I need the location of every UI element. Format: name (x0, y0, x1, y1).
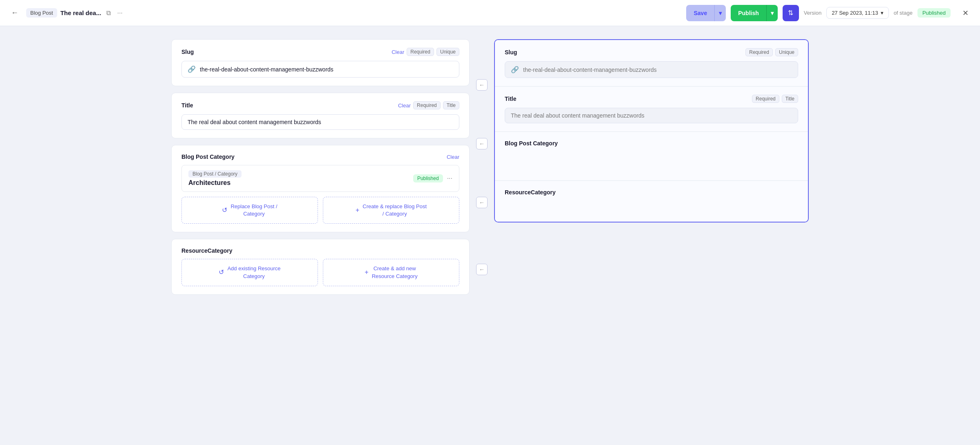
resource-category-label: ResourceCategory (181, 247, 233, 254)
right-blog-post-category-section: Blog Post Category (495, 132, 808, 181)
replace-blog-post-category-label: Replace Blog Post /Category (230, 203, 277, 218)
slug-unique-tag: Unique (436, 48, 459, 56)
title-input[interactable] (188, 119, 453, 125)
of-stage-label: of stage (894, 10, 913, 16)
version-arrow-icon: ▾ (881, 10, 884, 16)
create-add-resource-category-label: Create & add newResource Category (372, 265, 418, 280)
blog-post-category-actions: ↺ Replace Blog Post /Category + Create &… (181, 197, 459, 224)
category-name: Architectures (188, 179, 242, 187)
right-slug-tags: Required Unique (745, 48, 798, 56)
category-item-left: Blog Post / Category Architectures (188, 170, 242, 187)
save-dropdown-arrow[interactable]: ▾ (715, 5, 726, 21)
blog-post-category-header: Blog Post Category Clear (181, 154, 459, 160)
slug-header: Slug Clear Required Unique (181, 48, 459, 56)
right-resource-category-header: ResourceCategory (505, 189, 798, 196)
slug-section: Slug Clear Required Unique 🔗 (171, 39, 470, 86)
slug-input[interactable] (200, 66, 453, 73)
swap-icon: ⇅ (788, 9, 793, 17)
slug-arrow-row: ← (476, 72, 488, 98)
title-header: Title Clear Required Title (181, 101, 459, 109)
save-label: Save (686, 5, 715, 21)
arrow-column: ← ← ← ← (470, 39, 494, 301)
right-slug-input (523, 67, 792, 73)
publish-label: Publish (731, 5, 767, 21)
add-existing-icon: ↺ (219, 268, 224, 277)
right-resource-category-section: ResourceCategory (495, 181, 808, 222)
right-title-required-tag: Required (752, 95, 779, 103)
right-slug-label: Slug (505, 49, 517, 56)
replace-blog-post-category-button[interactable]: ↺ Replace Blog Post /Category (181, 197, 318, 224)
publish-dropdown-arrow[interactable]: ▾ (767, 5, 778, 21)
blog-post-category-section: Blog Post Category Clear Blog Post / Cat… (171, 145, 470, 232)
resource-category-actions: ↺ Add existing ResourceCategory + Create… (181, 259, 459, 286)
topbar: ← Blog Post The real dea... ⧉ ··· Save ▾… (0, 0, 980, 26)
title-title-tag: Title (443, 101, 459, 109)
right-slug-section: Slug Required Unique 🔗 (495, 40, 808, 87)
left-panel: Slug Clear Required Unique 🔗 Title Clear… (171, 39, 470, 301)
version-selector[interactable]: 27 Sep 2023, 11:13 ▾ (826, 7, 889, 19)
slug-label: Slug (181, 49, 194, 55)
save-button[interactable]: Save ▾ (686, 5, 726, 21)
back-button[interactable]: ← (8, 7, 21, 20)
blogcat-arrow-row: ← (476, 189, 488, 216)
rescat-arrow-button[interactable]: ← (476, 264, 488, 275)
replace-icon: ↺ (222, 206, 227, 215)
right-panel-border: Slug Required Unique 🔗 Title Required (494, 39, 809, 222)
page-title: The real dea... (60, 9, 101, 16)
published-badge: Published (917, 8, 951, 18)
create-add-icon: + (365, 268, 368, 277)
main-content: Slug Clear Required Unique 🔗 Title Clear… (163, 26, 817, 314)
create-replace-blog-post-category-button[interactable]: + Create & replace Blog Post/ Category (323, 197, 459, 224)
slug-input-wrapper: 🔗 (181, 61, 459, 78)
breadcrumb: Blog Post The real dea... ⧉ ··· (26, 8, 124, 18)
right-slug-link-icon: 🔗 (511, 66, 519, 73)
create-replace-blog-post-category-label: Create & replace Blog Post/ Category (362, 203, 427, 218)
swap-button[interactable]: ⇅ (783, 5, 799, 21)
add-existing-resource-category-label: Add existing ResourceCategory (227, 265, 280, 280)
right-blog-post-category-header: Blog Post Category (505, 140, 798, 147)
title-tags: Clear Required Title (398, 101, 459, 109)
resource-category-section: ResourceCategory ↺ Add existing Resource… (171, 239, 470, 294)
blog-post-category-clear[interactable]: Clear (447, 154, 459, 160)
category-more-button[interactable]: ··· (447, 175, 452, 182)
blogcat-arrow-button[interactable]: ← (476, 197, 488, 208)
title-arrow-row: ← (476, 131, 488, 157)
slug-required-tag: Required (407, 48, 434, 56)
blog-post-tag: Blog Post (26, 8, 57, 18)
version-label: Version (804, 10, 821, 16)
version-value: 27 Sep 2023, 11:13 (832, 10, 878, 16)
right-title-input (511, 112, 792, 119)
slug-clear[interactable]: Clear (392, 49, 404, 55)
create-add-resource-category-button[interactable]: + Create & add newResource Category (323, 259, 459, 286)
copy-icon[interactable]: ⧉ (105, 8, 112, 18)
right-title-section: Title Required Title (495, 87, 808, 132)
category-published-badge: Published (413, 174, 443, 182)
more-icon[interactable]: ··· (116, 8, 124, 18)
right-slug-required-tag: Required (745, 48, 773, 56)
right-title-label: Title (505, 96, 517, 102)
publish-button[interactable]: Publish ▾ (731, 5, 778, 21)
category-breadcrumb: Blog Post / Category (188, 170, 242, 178)
right-slug-input-wrapper: 🔗 (505, 61, 798, 78)
slug-arrow-button[interactable]: ← (476, 79, 488, 91)
right-slug-header: Slug Required Unique (505, 48, 798, 56)
right-blog-post-category-label: Blog Post Category (505, 140, 558, 147)
title-arrow-button[interactable]: ← (476, 138, 488, 149)
right-panel: Slug Required Unique 🔗 Title Required (494, 39, 809, 301)
category-item: Blog Post / Category Architectures Publi… (181, 165, 459, 192)
rescat-arrow-row: ← (476, 256, 488, 283)
right-title-header: Title Required Title (505, 95, 798, 103)
close-button[interactable]: ✕ (959, 7, 972, 20)
right-title-input-wrapper (505, 108, 798, 123)
right-resource-category-label: ResourceCategory (505, 189, 556, 196)
title-required-tag: Required (413, 101, 441, 109)
category-item-right: Published ··· (413, 174, 452, 182)
title-label: Title (181, 102, 193, 109)
create-replace-icon: + (356, 206, 359, 215)
blog-post-category-label: Blog Post Category (181, 154, 235, 160)
close-icon: ✕ (962, 9, 969, 18)
title-clear[interactable]: Clear (398, 102, 411, 109)
right-slug-unique-tag: Unique (775, 48, 798, 56)
add-existing-resource-category-button[interactable]: ↺ Add existing ResourceCategory (181, 259, 318, 286)
right-title-title-tag: Title (782, 95, 798, 103)
